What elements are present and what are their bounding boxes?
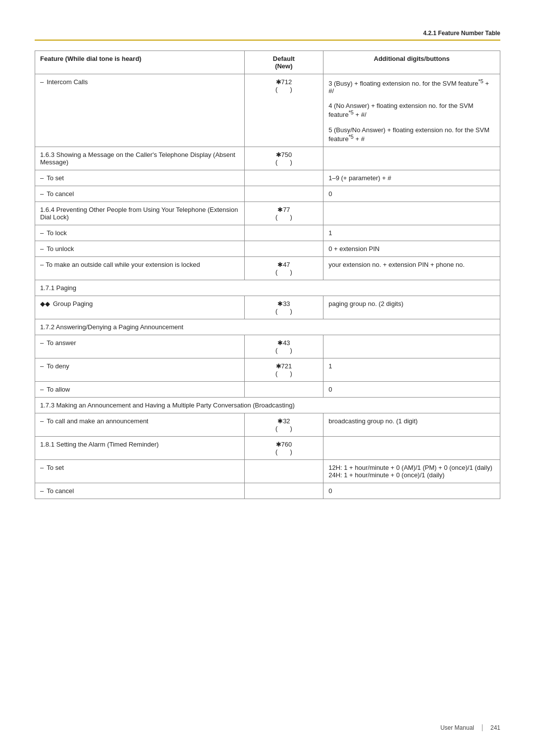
table-row: 1.7.3 Making an Announcement and Having … <box>35 397 500 413</box>
feature-cell: –To make an outside call while your exte… <box>35 256 245 280</box>
table-row: –To cancel0 <box>35 186 500 202</box>
default-cell <box>244 225 323 241</box>
col-header-feature: Feature (While dial tone is heard) <box>35 51 245 74</box>
table-row: –To cancel0 <box>35 483 500 499</box>
table-row: –To lock1 <box>35 225 500 241</box>
table-row: –To make an outside call while your exte… <box>35 256 500 280</box>
additional-cell <box>323 335 500 358</box>
additional-cell: 1–9 (+ parameter) + # <box>323 170 500 186</box>
feature-cell: –To call and make an announcement <box>35 413 245 436</box>
feature-cell: 1.6.3 Showing a Message on the Caller's … <box>35 147 245 170</box>
footer-label: User Manual <box>440 724 474 731</box>
section-row: 1.7.3 Making an Announcement and Having … <box>35 397 500 413</box>
default-cell: ✱760 ( ) <box>244 436 323 459</box>
additional-cell: 0 <box>323 186 500 202</box>
section-row: 1.7.1 Paging <box>35 280 500 296</box>
table-row: –To set12H: 1 + hour/minute + 0 (AM)/1 (… <box>35 459 500 483</box>
feature-cell: 1.8.1 Setting the Alarm (Timed Reminder) <box>35 436 245 459</box>
additional-cell: broadcasting group no. (1 digit) <box>323 413 500 436</box>
default-cell <box>244 241 323 256</box>
additional-cell <box>323 147 500 170</box>
default-cell: ✱33 ( ) <box>244 296 323 319</box>
additional-cell: 1 <box>323 225 500 241</box>
table-row: 1.6.3 Showing a Message on the Caller's … <box>35 147 500 170</box>
additional-cell <box>323 436 500 459</box>
additional-cell: 0 + extension PIN <box>323 241 500 256</box>
default-cell <box>244 186 323 202</box>
page-number: 241 <box>490 724 500 731</box>
page: 4.2.1 Feature Number Table Feature (Whil… <box>0 0 535 539</box>
table-row: 1.8.1 Setting the Alarm (Timed Reminder)… <box>35 436 500 459</box>
feature-cell: –To deny <box>35 358 245 381</box>
table-row: –To deny✱721 ( )1 <box>35 358 500 381</box>
feature-cell: 1.6.4 Preventing Other People from Using… <box>35 202 245 225</box>
feature-cell: –Intercom Calls <box>35 74 245 147</box>
default-cell <box>244 459 323 483</box>
additional-cell: 1 <box>323 358 500 381</box>
feature-cell: –To cancel <box>35 483 245 499</box>
additional-cell: your extension no. + extension PIN + pho… <box>323 256 500 280</box>
feature-cell: –To set <box>35 170 245 186</box>
table-row: 1.7.1 Paging <box>35 280 500 296</box>
feature-cell: –To set <box>35 459 245 483</box>
table-row: –To call and make an announcement✱32 ( )… <box>35 413 500 436</box>
table-row: –Intercom Calls✱712 ( )3 (Busy) + floati… <box>35 74 500 147</box>
section-title: 4.2.1 Feature Number Table <box>423 30 500 37</box>
additional-cell: paging group no. (2 digits) <box>323 296 500 319</box>
table-row: –To answer✱43 ( ) <box>35 335 500 358</box>
feature-cell: –To allow <box>35 381 245 397</box>
col-header-additional: Additional digits/buttons <box>323 51 500 74</box>
feature-cell: ◆◆Group Paging <box>35 296 245 319</box>
footer-divider <box>482 724 482 731</box>
default-cell: ✱77 ( ) <box>244 202 323 225</box>
feature-cell: –To unlock <box>35 241 245 256</box>
default-cell: ✱47 ( ) <box>244 256 323 280</box>
additional-cell: 3 (Busy) + floating extension no. for th… <box>323 74 500 147</box>
section-row: 1.7.2 Answering/Denying a Paging Announc… <box>35 319 500 335</box>
table-row: –To unlock0 + extension PIN <box>35 241 500 256</box>
default-cell: ✱43 ( ) <box>244 335 323 358</box>
additional-cell: 0 <box>323 381 500 397</box>
default-cell <box>244 483 323 499</box>
default-cell: ✱712 ( ) <box>244 74 323 147</box>
feature-cell: –To lock <box>35 225 245 241</box>
page-footer: User Manual 241 <box>440 724 500 731</box>
default-cell <box>244 170 323 186</box>
feature-cell: –To cancel <box>35 186 245 202</box>
table-row: 1.7.2 Answering/Denying a Paging Announc… <box>35 319 500 335</box>
feature-table: Feature (While dial tone is heard) Defau… <box>35 50 500 499</box>
table-row: –To set1–9 (+ parameter) + # <box>35 170 500 186</box>
additional-cell <box>323 202 500 225</box>
default-cell <box>244 381 323 397</box>
section-header: 4.2.1 Feature Number Table <box>35 30 500 41</box>
table-row: 1.6.4 Preventing Other People from Using… <box>35 202 500 225</box>
col-header-default: Default(New) <box>244 51 323 74</box>
table-row: –To allow0 <box>35 381 500 397</box>
default-cell: ✱750 ( ) <box>244 147 323 170</box>
additional-cell: 12H: 1 + hour/minute + 0 (AM)/1 (PM) + 0… <box>323 459 500 483</box>
default-cell: ✱721 ( ) <box>244 358 323 381</box>
additional-cell: 0 <box>323 483 500 499</box>
default-cell: ✱32 ( ) <box>244 413 323 436</box>
feature-cell: –To answer <box>35 335 245 358</box>
table-row: ◆◆Group Paging✱33 ( )paging group no. (2… <box>35 296 500 319</box>
